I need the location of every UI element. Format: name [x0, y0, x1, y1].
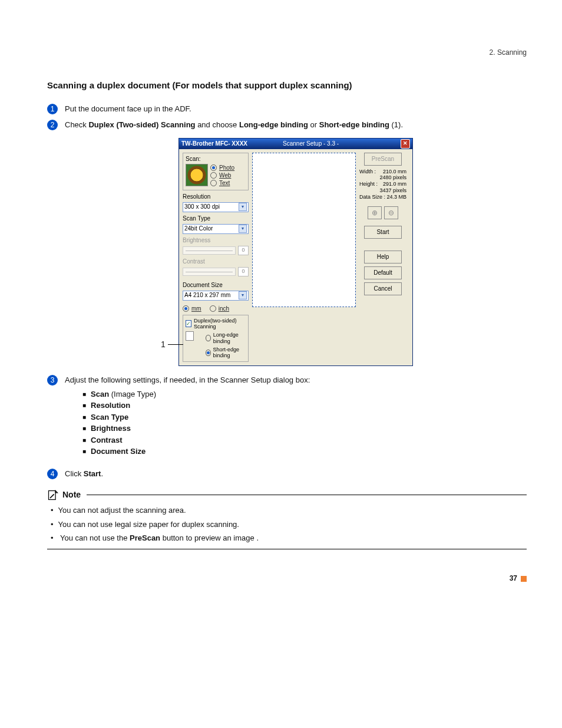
step-3-number: 3	[47, 375, 58, 386]
zoom-in-icon[interactable]: ⊕	[368, 206, 382, 219]
step-4-text: Click Start.	[65, 468, 527, 480]
unit-inch-radio[interactable]: inch	[210, 305, 229, 312]
chevron-down-icon: ▾	[239, 291, 247, 299]
step-3: 3 Adjust the following settings, if need…	[47, 374, 527, 463]
step-2-text: Check Duplex (Two-sided) Scanning and ch…	[65, 119, 527, 131]
note-item: You can not adjust the scanning area.	[51, 505, 527, 516]
scan-info: Width :210.0 mm 2480 pixels Height :291.…	[359, 169, 406, 200]
step-4-number: 4	[47, 469, 58, 479]
note-divider	[47, 549, 527, 549]
callout-1: 1	[161, 338, 183, 351]
dialog-setup-title: Scanner Setup - 3.3 -	[283, 140, 339, 147]
help-button[interactable]: Help	[364, 251, 402, 263]
scanner-dialog: TW-Brother MFC- XXXX Scanner Setup - 3.3…	[178, 138, 413, 367]
cancel-button[interactable]: Cancel	[364, 282, 402, 295]
duplex-checkbox[interactable]: ✓ Duplex(two-sided) Scanning	[186, 318, 246, 331]
scan-text-radio[interactable]: Text	[210, 180, 234, 187]
step-1: 1 Put the document face up in the ADF.	[47, 103, 527, 115]
note-list: You can not adjust the scanning area. Yo…	[47, 505, 527, 544]
brightness-label: Brightness	[183, 237, 249, 244]
scan-thumbnail	[186, 164, 208, 186]
contrast-label: Contrast	[183, 258, 249, 265]
page-title: Scanning a duplex document (For models t…	[47, 79, 527, 93]
step-1-number: 1	[47, 104, 58, 114]
note-icon	[47, 489, 59, 501]
docsize-dropdown[interactable]: A4 210 x 297 mm▾	[183, 291, 249, 301]
scanner-dialog-figure: TW-Brother MFC- XXXX Scanner Setup - 3.3…	[65, 138, 527, 367]
page-number: 37	[47, 573, 527, 584]
note-label: Note	[62, 489, 81, 501]
step-3-intro: Adjust the following settings, if needed…	[65, 374, 527, 386]
chevron-down-icon: ▾	[239, 225, 247, 233]
step-4: 4 Click Start.	[47, 468, 527, 480]
dialog-app-title: TW-Brother MFC- XXXX	[181, 140, 247, 147]
scan-group: Scan: Photo Web Text	[183, 153, 249, 190]
binding-icon	[186, 331, 194, 341]
zoom-out-icon[interactable]: ⊖	[384, 206, 398, 219]
svg-rect-0	[49, 490, 56, 499]
dialog-titlebar: TW-Brother MFC- XXXX Scanner Setup - 3.3…	[179, 139, 412, 149]
note-heading: Note	[47, 489, 527, 501]
header-breadcrumb: 2. Scanning	[47, 47, 527, 58]
scantype-dropdown[interactable]: 24bit Color▾	[183, 224, 249, 234]
chevron-down-icon: ▾	[239, 203, 247, 211]
start-button[interactable]: Start	[364, 226, 402, 239]
short-edge-radio[interactable]: Short-edge binding	[206, 347, 246, 360]
step-2-number: 2	[47, 120, 58, 130]
duplex-group: ✓ Duplex(two-sided) Scanning Long-edge b…	[183, 315, 249, 363]
step-1-text: Put the document face up in the ADF.	[65, 103, 527, 115]
docsize-label: Document Size	[183, 282, 249, 289]
preview-area	[252, 153, 356, 307]
step-3-list: Scan (Image Type) Resolution Scan Type B…	[65, 388, 527, 457]
default-button[interactable]: Default	[364, 266, 402, 279]
scantype-label: Scan Type	[183, 215, 249, 222]
checkbox-icon: ✓	[186, 320, 191, 327]
unit-mm-radio[interactable]: mm	[183, 305, 201, 312]
scan-web-radio[interactable]: Web	[210, 172, 234, 179]
prescan-button[interactable]: PreScan	[364, 153, 402, 166]
note-item: You can not use the PreScan button to pr…	[51, 532, 527, 544]
resolution-dropdown[interactable]: 300 x 300 dpi▾	[183, 202, 249, 212]
long-edge-radio[interactable]: Long-edge binding	[206, 332, 246, 345]
scan-photo-radio[interactable]: Photo	[210, 164, 234, 172]
note-item: You can not use legal size paper for dup…	[51, 519, 527, 531]
brightness-slider[interactable]: 0	[183, 246, 249, 255]
close-icon[interactable]: ✕	[401, 139, 410, 149]
contrast-slider[interactable]: 0	[183, 267, 249, 276]
step-2: 2 Check Duplex (Two-sided) Scanning and …	[47, 119, 527, 131]
resolution-label: Resolution	[183, 193, 249, 200]
